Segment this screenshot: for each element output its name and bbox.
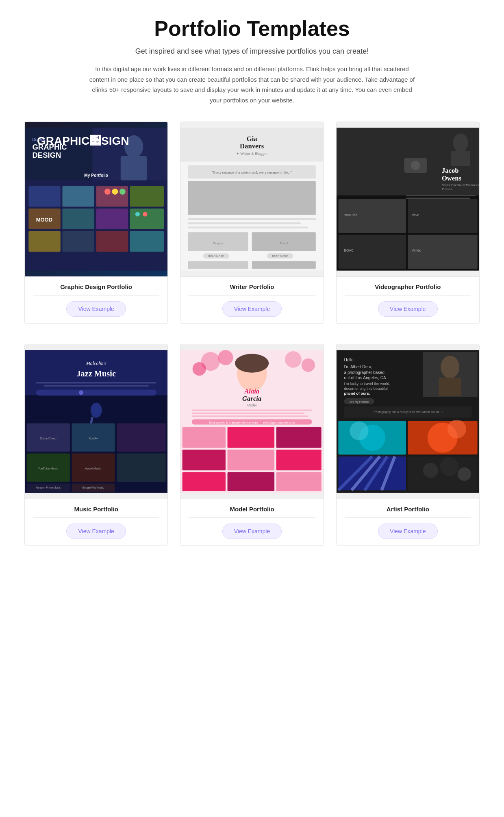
view-example-btn-music[interactable]: View Example	[66, 524, 126, 539]
view-example-btn-model[interactable]: View Example	[222, 524, 282, 539]
svg-text:Google Play Music: Google Play Music	[82, 486, 104, 489]
svg-point-144	[423, 463, 438, 478]
svg-rect-7	[121, 156, 147, 180]
svg-point-25	[135, 212, 140, 216]
svg-rect-138	[338, 456, 406, 490]
svg-rect-113	[182, 472, 226, 491]
svg-rect-110	[182, 450, 226, 470]
svg-rect-111	[228, 450, 275, 470]
template-name-writer: Writer Portfolio	[189, 283, 315, 290]
templates-grid-row2: Malcolm's Jazz Music SoundCloud Spotif	[24, 344, 480, 546]
svg-text:Duke's: Duke's	[32, 137, 45, 142]
svg-text:planet of ours.: planet of ours.	[344, 391, 370, 395]
svg-point-134	[350, 422, 368, 440]
template-preview-graphic-design: Duke's GRAPHIC DESIGN My Portfolio	[25, 122, 167, 276]
svg-text:Booking info & management serv: Booking info & management services — eli…	[209, 421, 295, 424]
page-header: Portfolio Templates Get inspired and see…	[24, 16, 480, 105]
svg-rect-108	[228, 427, 275, 448]
svg-rect-109	[276, 427, 322, 448]
svg-rect-18	[62, 231, 94, 252]
svg-rect-15	[96, 209, 128, 229]
template-preview-model: Alaia Garcia Model Booking info & manage…	[180, 344, 323, 499]
svg-text:Vimeo: Vimeo	[412, 248, 421, 252]
divider	[345, 517, 471, 518]
svg-text:I'm Albert Dera,: I'm Albert Dera,	[344, 365, 372, 369]
template-name-model: Model Portfolio	[189, 506, 315, 513]
svg-text:DESIGN: DESIGN	[32, 151, 61, 159]
svg-text:"Photography has a reality of : "Photography has a reality of its own wh…	[373, 410, 443, 414]
svg-point-6	[124, 135, 143, 158]
svg-rect-47	[252, 261, 316, 269]
svg-rect-73	[43, 385, 149, 387]
svg-rect-107	[182, 427, 226, 448]
svg-text:Vevo: Vevo	[412, 213, 419, 217]
svg-point-22	[104, 189, 111, 195]
svg-rect-74	[36, 389, 156, 395]
template-card-model: Alaia Garcia Model Booking info & manage…	[180, 344, 324, 546]
divider	[33, 517, 159, 518]
svg-text:Blogger: Blogger	[213, 241, 224, 245]
svg-text:Model: Model	[248, 403, 257, 407]
svg-point-95	[285, 351, 302, 368]
svg-rect-17	[28, 231, 61, 252]
svg-rect-20	[130, 231, 164, 252]
svg-text:Danvers: Danvers	[240, 142, 264, 150]
svg-rect-14	[62, 209, 94, 229]
svg-text:Alaia: Alaia	[244, 387, 260, 395]
svg-text:Jacob: Jacob	[442, 167, 459, 174]
template-card-graphic-design: Duke's GRAPHIC DESIGN My Portfolio	[24, 122, 168, 324]
svg-text:BGAC: BGAC	[344, 248, 354, 252]
templates-section-row2: Malcolm's Jazz Music SoundCloud Spotif	[24, 344, 480, 546]
svg-text:Spotify: Spotify	[89, 437, 98, 440]
svg-text:Pictures: Pictures	[442, 187, 453, 191]
svg-rect-34	[188, 181, 316, 215]
svg-point-76	[91, 403, 102, 418]
svg-text:READ MORE: READ MORE	[209, 255, 225, 258]
svg-point-50	[453, 133, 468, 152]
template-info-graphic-design: Graphic Design Portfolio View Example	[25, 276, 167, 323]
svg-point-93	[218, 350, 233, 365]
svg-rect-114	[228, 472, 275, 491]
svg-rect-81	[117, 424, 166, 452]
template-preview-music: Malcolm's Jazz Music SoundCloud Spotif	[25, 344, 167, 499]
svg-text:out of Los Angeles, CA.: out of Los Angeles, CA.	[344, 376, 387, 380]
page-subtitle: Get inspired and see what types of impre…	[24, 47, 480, 56]
template-preview-artist: Hello I'm Albert Dera, a photographer ba…	[337, 344, 479, 499]
svg-text:a photographer based: a photographer based	[344, 370, 384, 375]
svg-text:I'm lucky to travel the world,: I'm lucky to travel the world,	[344, 382, 390, 386]
svg-text:Gia: Gia	[247, 135, 258, 143]
svg-rect-86	[117, 454, 166, 482]
svg-rect-36	[188, 222, 301, 224]
svg-rect-51	[451, 151, 470, 166]
svg-rect-46	[188, 261, 248, 269]
svg-text:documenting this beautiful: documenting this beautiful	[344, 387, 387, 391]
template-card-music: Malcolm's Jazz Music SoundCloud Spotif	[24, 344, 168, 546]
svg-point-145	[440, 457, 458, 476]
svg-rect-103	[192, 413, 304, 414]
template-info-writer: Writer Portfolio View Example	[180, 276, 323, 323]
svg-point-23	[112, 189, 118, 195]
divider	[189, 517, 315, 518]
svg-rect-72	[36, 382, 156, 384]
svg-text:MOOD: MOOD	[36, 217, 52, 223]
page-title: Portfolio Templates	[24, 16, 480, 41]
svg-text:Malcolm's: Malcolm's	[86, 361, 106, 366]
svg-rect-19	[96, 231, 128, 252]
view-example-btn-artist[interactable]: View Example	[378, 524, 437, 539]
svg-rect-9	[28, 186, 61, 207]
template-card-artist: Hello I'm Albert Dera, a photographer ba…	[336, 344, 480, 546]
svg-rect-104	[192, 415, 308, 417]
view-example-btn-graphic-design[interactable]: View Example	[66, 301, 126, 317]
svg-text:"Every sentence of a writer's : "Every sentence of a writer's soul, ever…	[212, 171, 292, 174]
svg-text:My Portfolio: My Portfolio	[84, 173, 108, 178]
svg-text:Travel: Travel	[280, 241, 288, 245]
view-example-btn-writer[interactable]: View Example	[222, 301, 282, 317]
template-card-videographer: Jacob Owens Senior Director at Paramount…	[336, 122, 480, 324]
view-example-btn-videographer[interactable]: View Example	[378, 301, 437, 317]
template-info-music: Music Portfolio View Example	[25, 499, 167, 545]
svg-text:Owens: Owens	[442, 174, 462, 182]
template-info-videographer: Videographer Portfolio View Example	[337, 276, 479, 323]
template-name-graphic-design: Graphic Design Portfolio	[33, 283, 159, 290]
svg-text:Garcia: Garcia	[242, 395, 261, 402]
svg-rect-10	[62, 186, 94, 207]
